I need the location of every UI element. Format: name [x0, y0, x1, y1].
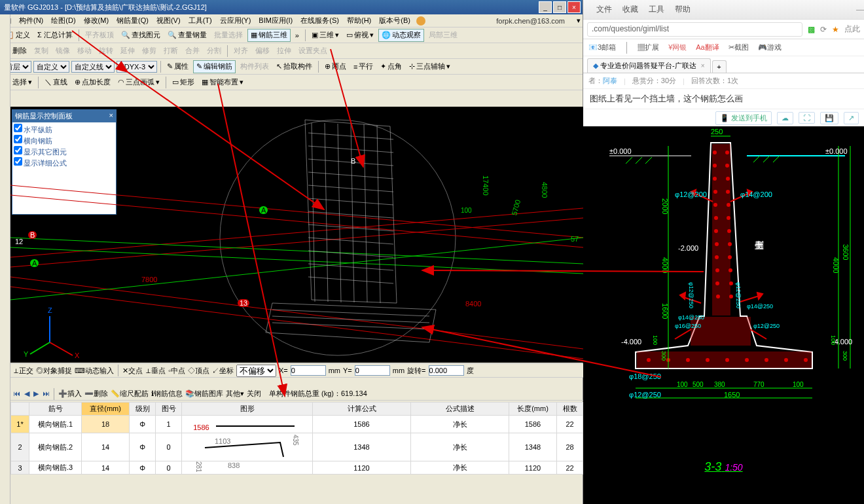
x-input[interactable] — [291, 365, 326, 376]
col-diam[interactable]: 直径(mm) — [82, 403, 130, 416]
col-name[interactable]: 筋号 — [29, 403, 82, 416]
save-icon[interactable]: 💾 — [820, 112, 838, 124]
browser-menu-item[interactable]: 工具 — [649, 4, 664, 15]
zhongdian-button[interactable]: ◦中点 — [168, 366, 185, 376]
charu-button[interactable]: ➕插入 — [58, 389, 82, 399]
col-desc[interactable]: 公式描述 — [411, 403, 509, 416]
menu-item[interactable]: 在线服务(S) — [298, 15, 341, 26]
menu-item[interactable]: BIM应用(I) — [257, 15, 295, 26]
url-input[interactable]: .com/question/giml/list — [587, 22, 802, 37]
ext-bank[interactable]: ¥网银 — [668, 43, 687, 52]
bianji-button[interactable]: ✎编辑钢筋 — [193, 60, 236, 73]
zdyx-select[interactable]: ZDYX-3 — [117, 61, 157, 73]
customline-select[interactable]: 自定义线 — [71, 61, 115, 73]
pingxing-button[interactable]: ≡平行 — [351, 60, 376, 73]
browser-menu-item[interactable]: 收藏 — [622, 4, 638, 15]
snap-toggle[interactable]: ◎对象捕捉 — [36, 366, 72, 376]
liangdian-button[interactable]: ⊕两点 — [322, 60, 349, 73]
menu-item[interactable]: 云应用(Y) — [218, 15, 253, 26]
dingdian-button[interactable]: ◇顶点 — [188, 366, 209, 376]
maximize-button[interactable]: □ — [553, 1, 566, 13]
author-link[interactable]: 阿泰 — [603, 77, 617, 84]
sandianhu-button[interactable]: ◠三点画弧▾ — [115, 76, 162, 89]
y-input[interactable] — [355, 365, 390, 376]
share-icon[interactable]: ↗ — [844, 112, 859, 124]
table-row[interactable]: 1* 横向钢筋.1 18 Φ 1 1586 1586 净长 1586 22 — [11, 416, 583, 433]
fushi-button[interactable]: ▭俯视▾ — [344, 29, 376, 42]
cad-drawing[interactable]: 250 ±0.000 ±0.000 φ12@200 φ14@200 -2.000… — [583, 126, 864, 504]
zuobiao-button[interactable]: ↙坐标 — [212, 366, 234, 376]
shanchu2-button[interactable]: ➖删除 — [84, 389, 108, 399]
dyn-input-toggle[interactable]: ⌨动态输入 — [75, 366, 114, 376]
minimize-button[interactable]: _ — [539, 1, 552, 13]
chajin-button[interactable]: 🔍查量钢量 — [165, 29, 209, 42]
menu-item[interactable]: 构件(N) — [17, 15, 45, 26]
refresh-icon[interactable]: ⟳ — [820, 25, 827, 34]
jiaodian-button[interactable]: ✕交点 — [122, 366, 143, 376]
juxing-button[interactable]: ▭矩形 — [170, 76, 197, 89]
expand-icon[interactable]: ⛶ — [799, 112, 815, 124]
menu-item[interactable]: 绘图(D) — [49, 15, 77, 26]
gangjinxinxi-button[interactable]: ℹ钢筋信息 — [151, 389, 183, 399]
star-button[interactable]: 点此 — [844, 24, 860, 35]
menu-item[interactable]: 帮助(H) — [345, 15, 373, 26]
ext-game[interactable]: 🎮游戏 — [758, 43, 782, 52]
offset-select[interactable]: 不偏移 — [236, 365, 276, 377]
send-phone-button[interactable]: 📱 发送到手机 — [715, 111, 772, 125]
browser-tab[interactable]: ◆ 专业造价问题答疑平台-广联达 × — [587, 58, 711, 73]
table-row[interactable]: 3 横向钢筋.3 14 Φ 0 838281 1120 净长 1120 22 — [11, 461, 583, 475]
shuxing-button[interactable]: ✎属性 — [164, 60, 191, 73]
zhengjiao-toggle[interactable]: ⊥正交 — [13, 366, 33, 376]
ext-translate[interactable]: Aa翻译 — [696, 43, 719, 52]
menu-item[interactable]: 工具(T) — [187, 15, 214, 26]
nav-last-icon[interactable]: ⏭ — [43, 389, 50, 398]
ext-screenshot[interactable]: ✂截图 — [729, 43, 749, 52]
table-row[interactable]: 2 横向钢筋.2 14 Φ 0 1103435 1348 净长 1348 28 — [11, 433, 583, 461]
rotate-input[interactable] — [429, 365, 464, 376]
close-button[interactable]: × — [567, 1, 581, 13]
chuidian-button[interactable]: ⊥垂点 — [145, 366, 166, 376]
browser-menu-item[interactable]: 文件 — [596, 4, 612, 15]
menu-item[interactable]: 视图(V) — [154, 15, 183, 26]
col-th[interactable]: 图号 — [156, 403, 182, 416]
next-icon[interactable]: » — [293, 29, 302, 42]
menu-item[interactable]: 钢筋量(Q) — [115, 15, 151, 26]
shiqu-button[interactable]: ↖拾取构件 — [274, 60, 315, 73]
guanbi-button[interactable]: 关闭 — [247, 389, 261, 399]
qita-button[interactable]: 其他▾ — [226, 389, 244, 399]
ext-mail[interactable]: 📧3邮箱 — [588, 43, 616, 52]
sum-button[interactable]: Σ 汇总计算 — [35, 29, 75, 42]
new-tab-button[interactable]: + — [712, 60, 727, 73]
col-n[interactable]: 根数 — [557, 403, 583, 416]
sanwei-button[interactable]: ▦钢筋三维 — [247, 29, 291, 42]
cad-app-window: 量软件 GGJ2013 - [D:\预结算及抽筋\广联达抽筋\测试-2.GGJ1… — [0, 0, 583, 504]
zhixian-button[interactable]: ＼直线 — [42, 76, 70, 89]
nav-prev-icon[interactable]: ◀ — [24, 389, 29, 398]
browser-menu-item[interactable]: 帮助 — [675, 4, 691, 15]
cloud-icon[interactable]: ☁ — [777, 112, 793, 124]
suochi-button[interactable]: 📏缩尺配筋 — [111, 389, 149, 399]
3d-viewport[interactable]: 钢筋显示控制面板× 水平纵筋 横向钢筋 显示其它图元 显示详细公式 — [10, 107, 583, 363]
col-lvl[interactable]: 级别 — [130, 403, 156, 416]
dongtai-button[interactable]: 🌐动态观察 — [378, 29, 424, 42]
dianjiao-button[interactable]: ✦点角 — [378, 60, 405, 73]
tab-close-icon[interactable]: × — [701, 62, 705, 69]
menu-item[interactable]: 版本号(B) — [377, 15, 412, 26]
ext-extend[interactable]: ▦扩展 — [638, 43, 659, 52]
sandian-button[interactable]: ⊹三点辅轴▾ — [406, 60, 453, 73]
nav-first-icon[interactable]: ⏮ — [13, 389, 20, 398]
chazhao-button[interactable]: 🔍查找图元 — [118, 29, 163, 42]
zhineng-button[interactable]: ▦智能布置▾ — [199, 76, 246, 89]
col-calc[interactable]: 计算公式 — [313, 403, 411, 416]
nav-next-icon[interactable]: ▶ — [33, 389, 39, 398]
col-shape[interactable]: 图形 — [182, 403, 313, 416]
svg-line-46 — [626, 157, 632, 164]
custom-select[interactable]: 自定义 — [33, 61, 69, 73]
gangjintuku-button[interactable]: 📚钢筋图库 — [185, 389, 223, 399]
dropdown-icon[interactable]: ▾ — [575, 16, 583, 26]
dianjia-button[interactable]: ⊕点加长度 — [72, 76, 113, 89]
sanwei2-button[interactable]: ▣三维▾ — [309, 29, 342, 42]
col-len[interactable]: 长度(mm) — [509, 403, 557, 416]
menu-item[interactable]: 修改(M) — [82, 15, 111, 26]
qr-icon[interactable]: ▩ — [808, 25, 815, 34]
